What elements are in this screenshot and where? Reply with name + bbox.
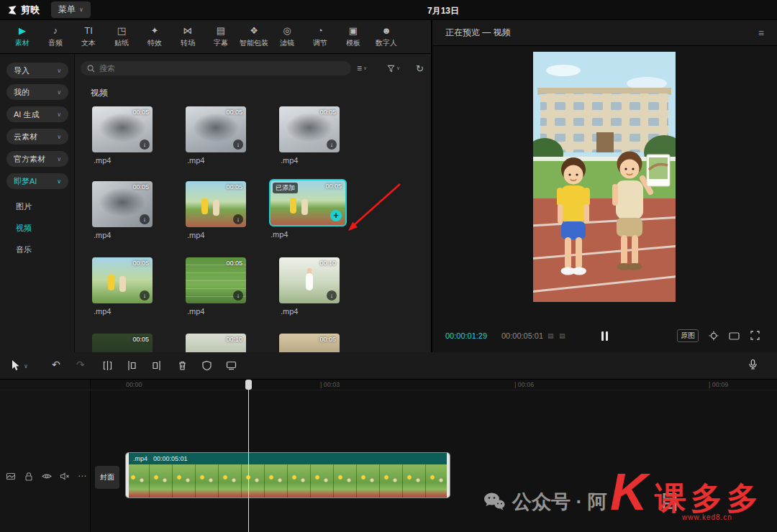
ribbon-tab-templates[interactable]: ▣模板 [337,25,370,48]
download-icon[interactable]: ↓ [140,214,150,224]
preview-controls: 00:00:01:29 00:00:05:01 ▤ ▤ 原图 [432,326,777,345]
cover-button[interactable]: 封面 [95,466,119,489]
delete-icon[interactable] [177,360,188,371]
sidebar-subitem-videos[interactable]: 视频 [16,223,32,234]
ribbon-tab-effects[interactable]: ✦特效 [138,25,171,48]
media-item[interactable]: 00:05↓.mp4 [279,106,340,165]
media-item[interactable]: 00:05↓.mp4 [186,257,246,316]
track-controls: ⋯ [6,470,86,482]
duration-badge: 00:05 [132,260,149,267]
add-to-timeline-button[interactable]: + [330,210,342,221]
sidebar-item-cloud[interactable]: 云素材∨ [6,129,68,145]
mask-icon[interactable] [201,360,212,371]
effects-icon: ✦ [151,25,159,36]
ribbon-tab-label: 文本 [81,38,96,48]
wechat-icon [483,492,505,510]
media-item[interactable]: 00:05已添加+.mp4 [269,179,350,239]
ribbon-tab-audio[interactable]: ♪音频 [39,25,72,48]
chevron-down-icon: ∨ [57,111,61,118]
clip-duration: 00:00:05:01 [153,455,188,462]
media-item[interactable]: 00:10↓.mp4 [279,257,340,316]
ribbon-tab-transition[interactable]: ⋈转场 [171,25,204,48]
media-item-label: .mp4 [186,231,246,239]
trim-left-icon[interactable] [127,360,137,371]
sidebar-item-mine[interactable]: 我的∨ [6,84,68,100]
ribbon-tab-label: 模板 [346,38,360,48]
download-icon[interactable]: ↓ [233,290,243,301]
download-icon[interactable]: ↓ [327,139,337,150]
ribbon-tab-captions[interactable]: ▤字幕 [204,25,237,48]
media-item[interactable]: 00:05↓.mp4 [186,181,246,239]
ribbon-tab-media[interactable]: ▶素材 [6,25,39,48]
duration-badge: 00:05 [226,183,242,191]
duration-badge: 00:05 [132,183,149,191]
media-item-label: .mp4 [186,307,246,316]
timeline-ruler[interactable]: 00:00| 00:03| 00:06| 00:09 [0,380,777,390]
frame-view-alt-icon[interactable]: ▤ [559,332,565,339]
download-icon[interactable]: ↓ [140,290,150,301]
ribbon-tab-filters[interactable]: ◎滤镜 [271,25,304,48]
pause-button[interactable] [598,330,611,341]
ruler-label: | 00:09 [709,381,728,388]
lock-icon[interactable] [24,472,34,481]
select-tool[interactable] [10,359,21,371]
media-item-label: .mp4 [279,307,340,316]
ribbon-tab-avatar[interactable]: ☻数字人 [370,25,403,48]
preview-menu-icon[interactable]: ≡ [758,27,764,39]
original-quality-button[interactable]: 原图 [677,329,699,342]
select-tool-chevron-icon[interactable]: ∨ [24,363,28,370]
media-panel: ≡∨ ∨ ↻ 视频 00:05↓.mp400:05↓.mp400:05↓.mp4… [75,54,432,352]
sidebar-subitem-images[interactable]: 图片 [16,201,32,212]
preview-header: 正在预览 — 视频 ≡ [432,20,777,46]
media-grid: 00:05↓.mp400:05↓.mp400:05↓.mp400:05↓.mp4… [75,54,431,352]
media-thumbnail: 00:10↓ [186,334,246,352]
sidebar-item-official[interactable]: 官方素材∨ [6,151,68,167]
topbar: 剪映 菜单 ∨ 7月13日 [0,0,777,20]
sidebar-item-import[interactable]: 导入∨ [6,63,68,78]
download-icon[interactable]: ↓ [233,139,243,150]
sidebar-subitem-music[interactable]: 音乐 [16,244,32,255]
microphone-icon[interactable] [748,359,758,370]
focus-icon[interactable] [709,331,719,341]
download-icon[interactable]: ↓ [140,139,150,150]
media-item[interactable]: 00:05↓.mp4 [92,106,153,165]
media-item[interactable]: 00:05↓.mp4 [92,181,153,239]
playhead[interactable] [248,380,249,532]
trim-right-icon[interactable] [151,360,162,371]
media-item[interactable]: 00:10↓ [186,334,246,352]
fullscreen-icon[interactable] [750,331,760,340]
media-item[interactable]: 00:05↓.mp4 [92,257,153,316]
ribbon-tab-text[interactable]: TI文本 [72,25,105,48]
sidebar: 导入∨我的∨AI 生成∨云素材∨官方素材∨即梦AI∨图片视频音乐 [0,54,75,352]
ratio-icon[interactable] [729,332,740,340]
media-item[interactable]: 00:05↓ [279,334,340,352]
crop-icon[interactable] [226,360,237,371]
media-item[interactable]: 00:05↓.mp4 [186,106,246,165]
undo-icon[interactable]: ↶ [52,359,60,370]
timeline-video-clip[interactable]: .mp4 00:00:05:01 [126,453,450,497]
frame-view-icon[interactable]: ▤ [547,332,554,339]
sidebar-item-dreamina[interactable]: 即梦AI∨ [6,173,68,189]
ribbon-tab-adjust[interactable]: ◔调节 [304,25,337,48]
ribbon-tab-label: 特效 [147,38,162,48]
visibility-icon[interactable] [42,472,52,481]
sidebar-item-label: 我的 [14,87,29,98]
current-time: 00:00:01:29 [445,331,487,340]
split-icon[interactable] [102,360,113,371]
redo-icon[interactable]: ↷ [76,359,85,370]
sidebar-item-ai-generate[interactable]: AI 生成∨ [6,106,68,122]
menu-button[interactable]: 菜单 ∨ [51,1,91,18]
added-badge: 已添加 [273,183,298,193]
download-icon[interactable]: ↓ [233,214,243,224]
watermark-logo-initial: K [610,466,648,518]
ribbon-tab-smartpack[interactable]: ❖智能包装 [237,25,271,48]
ribbon-tab-sticker[interactable]: ◳贴纸 [105,25,138,48]
media-item[interactable]: 00:05↓ [92,334,153,352]
mute-icon[interactable] [60,472,70,481]
app-logo-text: 剪映 [21,4,40,17]
track-content-icon[interactable] [6,472,16,481]
capcut-logo-icon [7,5,17,15]
clip-header: .mp4 00:00:05:01 [126,453,450,464]
chevron-down-icon: ∨ [57,156,61,162]
download-icon[interactable]: ↓ [327,290,337,301]
